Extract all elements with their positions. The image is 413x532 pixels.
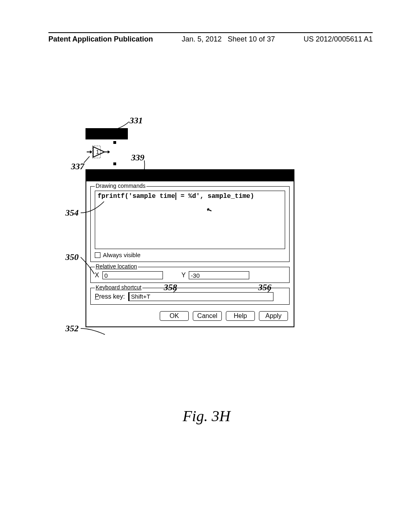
ref-337: 337 [71, 161, 84, 172]
page-header: Patent Application Publication Jan. 5, 2… [48, 32, 373, 44]
shortcut-input[interactable]: Shift+T [128, 292, 273, 301]
dialog-button-bar: OK Cancel Help Apply [86, 306, 294, 326]
dialog-titlebar[interactable] [86, 170, 294, 181]
model-window-titlebar [86, 128, 128, 139]
ok-button[interactable]: OK [160, 311, 189, 321]
y-label: Y [181, 272, 186, 279]
svg-marker-1 [90, 150, 92, 154]
always-visible-checkbox[interactable] [95, 252, 100, 258]
keyboard-shortcut-group: Keyboard shortcut Press key: Shift+T [90, 288, 290, 305]
text-caret [175, 193, 176, 200]
ref-331: 331 [129, 115, 143, 126]
relative-location-group: Relative location X 0 Y -30 [90, 267, 290, 283]
y-input[interactable]: -30 [189, 271, 249, 279]
press-key-label: Press key: [95, 293, 125, 300]
selection-handle [113, 141, 116, 144]
gain-value: 1 [96, 149, 99, 155]
header-left: Patent Application Publication [48, 35, 153, 44]
cursor-arrow-icon: ↖ [205, 204, 214, 216]
gain-block-icon[interactable]: 1 [87, 142, 111, 162]
drawing-commands-legend: Drawing commands [95, 183, 146, 189]
x-input[interactable]: 0 [102, 271, 163, 279]
ref-339: 339 [131, 152, 144, 163]
block-properties-dialog: Drawing commands fprintf('sample time = … [86, 169, 294, 327]
always-visible-label: Always visible [103, 251, 140, 258]
ref-350: 350 [65, 252, 79, 262]
x-label: X [95, 272, 99, 279]
ref-352: 352 [65, 323, 79, 334]
figure-caption: Fig. 3H [0, 407, 413, 425]
drawing-commands-textarea[interactable]: fprintf('sample time = %d', sample_time)… [95, 191, 285, 249]
help-button[interactable]: Help [226, 311, 255, 321]
always-visible-checkbox-row: Always visible [95, 251, 285, 258]
ref-354: 354 [65, 208, 79, 218]
header-mid: Jan. 5, 2012 Sheet 10 of 37 [181, 35, 275, 44]
drawing-commands-group: Drawing commands fprintf('sample time = … [90, 186, 290, 262]
keyboard-shortcut-legend: Keyboard shortcut [95, 284, 142, 291]
selection-handle [113, 162, 116, 165]
cancel-button[interactable]: Cancel [193, 311, 222, 321]
svg-marker-5 [108, 150, 110, 154]
header-pubno: US 2012/0005611 A1 [304, 35, 373, 44]
relative-location-legend: Relative location [95, 263, 138, 270]
apply-button[interactable]: Apply [259, 311, 288, 321]
